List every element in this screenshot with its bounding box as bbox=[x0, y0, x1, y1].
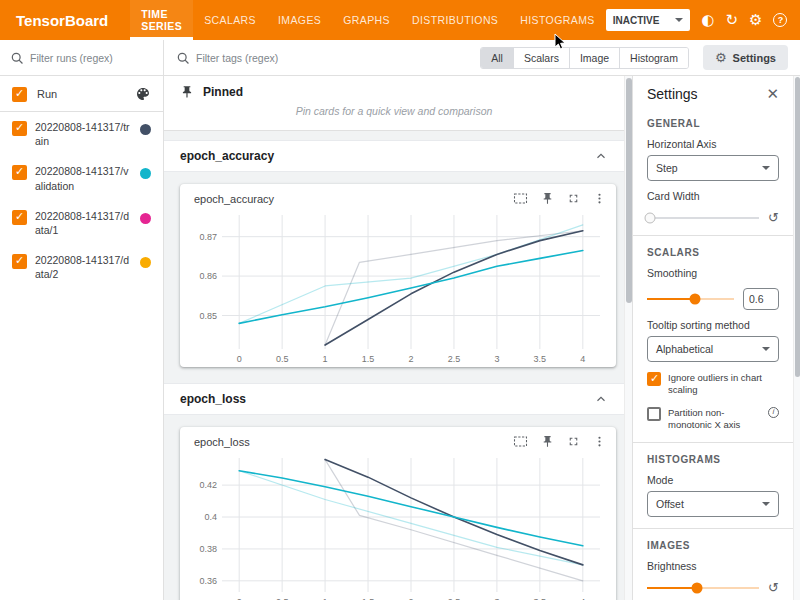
reload-status-select[interactable]: INACTIVE bbox=[606, 9, 691, 31]
epoch-accuracy-chart[interactable]: 00.511.522.533.540.850.860.87 bbox=[186, 207, 610, 367]
pinned-section: Pinned Pin cards for a quick view and co… bbox=[164, 76, 624, 131]
svg-text:1: 1 bbox=[323, 354, 328, 364]
close-icon[interactable]: ✕ bbox=[766, 87, 779, 102]
scrollbar-thumb[interactable] bbox=[626, 78, 632, 303]
card-width-slider[interactable] bbox=[647, 217, 759, 219]
smoothing-value-input[interactable] bbox=[743, 288, 779, 310]
run-row-data-2[interactable]: 20220808-141317/data/2 bbox=[0, 245, 163, 289]
filter-tags-input[interactable] bbox=[196, 52, 468, 64]
horizontal-axis-select[interactable]: Step bbox=[647, 155, 779, 181]
run-name: 20220808-141317/train bbox=[35, 120, 132, 148]
run-checkbox[interactable] bbox=[12, 165, 27, 180]
pin-icon[interactable] bbox=[541, 192, 554, 205]
fit-domain-icon[interactable] bbox=[513, 435, 528, 448]
filter-histogram-button[interactable]: Histogram bbox=[619, 48, 688, 68]
info-icon[interactable]: i bbox=[768, 407, 779, 418]
svg-text:1.5: 1.5 bbox=[362, 354, 375, 364]
section-title: epoch_loss bbox=[180, 392, 246, 406]
run-color-dot bbox=[140, 124, 151, 135]
section-header-epoch-accuracy[interactable]: epoch_accuracy bbox=[164, 140, 624, 172]
tab-images[interactable]: IMAGES bbox=[267, 0, 332, 40]
tab-graphs[interactable]: GRAPHS bbox=[332, 0, 401, 40]
partition-x-axis-label: Partition non-monotonic X axis bbox=[668, 407, 761, 432]
chart-card-epoch-accuracy: epoch_accuracy bbox=[180, 184, 616, 367]
card-actions bbox=[513, 435, 606, 448]
section-title-scalars: SCALARS bbox=[647, 247, 779, 258]
run-checkbox[interactable] bbox=[12, 121, 27, 136]
refresh-icon[interactable]: ↻ bbox=[725, 13, 738, 28]
slider-thumb[interactable] bbox=[692, 582, 703, 593]
histogram-mode-value: Offset bbox=[656, 498, 684, 510]
settings-button[interactable]: ⚙ Settings bbox=[703, 45, 788, 70]
tooltip-sorting-label: Tooltip sorting method bbox=[647, 319, 779, 331]
run-checkbox[interactable] bbox=[12, 210, 27, 225]
tooltip-sorting-select[interactable]: Alphabetical bbox=[647, 336, 779, 362]
ignore-outliers-checkbox[interactable] bbox=[647, 372, 661, 386]
more-vert-icon[interactable] bbox=[593, 435, 606, 448]
chevron-down-icon bbox=[675, 18, 683, 22]
filter-tags-box bbox=[164, 51, 480, 65]
run-row-validation[interactable]: 20220808-141317/validation bbox=[0, 156, 163, 200]
fullscreen-icon[interactable] bbox=[567, 435, 580, 448]
card-width-row: ↺ bbox=[647, 211, 779, 224]
slider-thumb[interactable] bbox=[645, 212, 656, 223]
reload-status-value: INACTIVE bbox=[613, 15, 660, 26]
run-row-data-1[interactable]: 20220808-141317/data/1 bbox=[0, 201, 163, 245]
chevron-up-icon[interactable] bbox=[594, 149, 608, 163]
scrollbar-thumb[interactable] bbox=[795, 77, 800, 377]
partition-x-axis-checkbox[interactable] bbox=[647, 407, 661, 421]
section-header-epoch-loss[interactable]: epoch_loss bbox=[164, 383, 624, 415]
dark-mode-toggle-icon[interactable]: ◐ bbox=[701, 13, 714, 28]
runs-sidebar: Run 20220808-141317/train 20220808-14131… bbox=[0, 76, 164, 600]
main-scrollbar[interactable] bbox=[624, 76, 632, 600]
gear-icon[interactable]: ⚙ bbox=[749, 13, 762, 28]
settings-scrollbar[interactable] bbox=[793, 76, 800, 600]
settings-panel: Settings ✕ GENERAL Horizontal Axis Step … bbox=[632, 76, 793, 600]
fit-domain-icon[interactable] bbox=[513, 192, 528, 205]
reset-icon[interactable]: ↺ bbox=[768, 581, 779, 594]
histogram-mode-select[interactable]: Offset bbox=[647, 491, 779, 517]
card-title: epoch_loss bbox=[194, 436, 250, 448]
palette-icon[interactable] bbox=[135, 86, 151, 102]
filter-runs-input[interactable] bbox=[30, 52, 153, 64]
tab-histograms[interactable]: HISTOGRAMS bbox=[509, 0, 605, 40]
section-title-general: GENERAL bbox=[647, 118, 779, 129]
epoch-loss-chart[interactable]: 00.511.522.533.540.360.380.40.42 bbox=[186, 450, 610, 600]
fullscreen-icon[interactable] bbox=[567, 192, 580, 205]
run-row-train[interactable]: 20220808-141317/train bbox=[0, 112, 163, 156]
slider-thumb[interactable] bbox=[689, 294, 700, 305]
run-name: 20220808-141317/data/2 bbox=[35, 253, 132, 281]
main-nav: TIME SERIES SCALARS IMAGES GRAPHS DISTRI… bbox=[130, 0, 605, 40]
more-vert-icon[interactable] bbox=[593, 192, 606, 205]
chevron-up-icon[interactable] bbox=[594, 392, 608, 406]
tab-time-series[interactable]: TIME SERIES bbox=[130, 0, 193, 40]
smoothing-slider[interactable] bbox=[647, 298, 734, 300]
select-all-runs-checkbox[interactable] bbox=[12, 87, 27, 102]
run-name: 20220808-141317/validation bbox=[35, 164, 132, 192]
svg-text:3: 3 bbox=[494, 354, 499, 364]
ignore-outliers-row[interactable]: Ignore outliers in chart scaling bbox=[647, 372, 779, 397]
run-name: 20220808-141317/data/1 bbox=[35, 209, 132, 237]
partition-x-axis-row[interactable]: Partition non-monotonic X axis i bbox=[647, 407, 779, 432]
settings-title: Settings bbox=[647, 86, 698, 102]
pin-icon[interactable] bbox=[541, 435, 554, 448]
section-title: epoch_accuracy bbox=[180, 149, 274, 163]
tab-scalars[interactable]: SCALARS bbox=[193, 0, 267, 40]
help-icon[interactable]: ? bbox=[773, 13, 787, 27]
app-body: Run 20220808-141317/train 20220808-14131… bbox=[0, 76, 800, 600]
svg-text:0.38: 0.38 bbox=[199, 544, 217, 554]
section-title-histograms: HISTOGRAMS bbox=[647, 454, 779, 465]
chevron-down-icon bbox=[762, 347, 770, 351]
filter-all-button[interactable]: All bbox=[481, 48, 513, 68]
filter-image-button[interactable]: Image bbox=[569, 48, 619, 68]
tab-distributions[interactable]: DISTRIBUTIONS bbox=[401, 0, 509, 40]
chevron-down-icon bbox=[762, 166, 770, 170]
smoothing-row bbox=[647, 288, 779, 310]
svg-text:2.5: 2.5 bbox=[448, 354, 461, 364]
filter-scalars-button[interactable]: Scalars bbox=[513, 48, 569, 68]
card-title: epoch_accuracy bbox=[194, 193, 274, 205]
run-checkbox[interactable] bbox=[12, 254, 27, 269]
brightness-slider[interactable] bbox=[647, 587, 759, 589]
chart-card-epoch-loss: epoch_loss bbox=[180, 427, 616, 600]
reset-icon[interactable]: ↺ bbox=[768, 211, 779, 224]
